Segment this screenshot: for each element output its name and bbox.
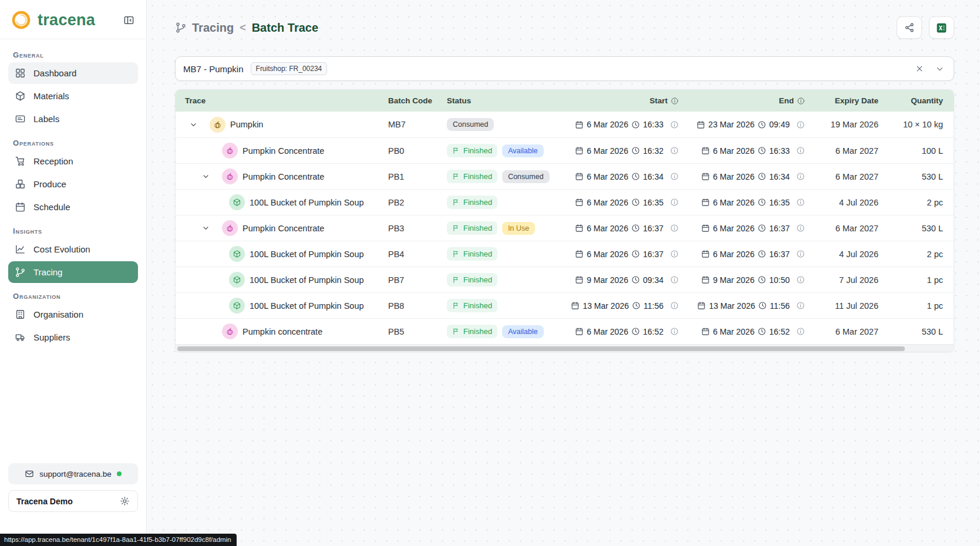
support-email-button[interactable]: support@tracena.be <box>8 463 138 484</box>
info-icon[interactable] <box>670 301 679 310</box>
trace-name: Pumpkin <box>230 120 263 129</box>
chevron-down-icon[interactable] <box>935 65 944 73</box>
batch-code: PB1 <box>388 172 447 181</box>
batch-code: PB5 <box>388 327 447 336</box>
row-expand-chevron <box>209 198 224 207</box>
state-badge: Available <box>502 144 544 157</box>
batch-code: MB7 <box>388 120 447 129</box>
clear-selection-icon[interactable] <box>915 65 924 73</box>
expiry-date: 6 Mar 2027 <box>805 327 878 336</box>
suppliers-icon <box>15 332 26 343</box>
row-expand-chevron[interactable] <box>190 120 205 129</box>
trace-name: Pumpkin Concentrate <box>243 224 324 233</box>
end-cell: 6 Mar 2026 16:37 <box>679 250 805 259</box>
workspace-switcher[interactable]: Tracena Demo <box>8 490 138 512</box>
info-icon[interactable] <box>796 301 805 310</box>
breadcrumb: Tracing < Batch Trace <box>175 21 318 35</box>
sidebar-item-organisation[interactable]: Organisation <box>8 304 138 325</box>
materials-icon <box>15 90 26 102</box>
info-icon[interactable] <box>670 275 679 284</box>
info-icon[interactable] <box>796 250 805 258</box>
workspace-name: Tracena Demo <box>16 497 73 506</box>
info-icon[interactable] <box>670 198 679 207</box>
clock-icon <box>757 146 766 155</box>
concentrate-icon <box>222 168 238 184</box>
sidebar-item-schedule[interactable]: Schedule <box>8 196 138 218</box>
info-icon[interactable] <box>670 250 679 258</box>
sidebar-item-tracing[interactable]: Tracing <box>8 261 138 283</box>
sidebar-item-reception[interactable]: Reception <box>8 150 138 172</box>
info-icon[interactable] <box>670 327 679 336</box>
info-icon[interactable] <box>670 224 679 232</box>
sidebar-item-materials[interactable]: Materials <box>8 85 138 107</box>
gear-icon[interactable] <box>120 496 130 506</box>
tracing-icon <box>15 267 26 278</box>
clock-icon <box>757 172 766 181</box>
export-excel-button[interactable] <box>929 16 954 39</box>
table-row[interactable]: Pumpkin Concentrate PB1 Finished Consume… <box>176 163 954 189</box>
table-row[interactable]: Pumpkin concentrate PB5 Finished Availab… <box>176 318 954 344</box>
row-expand-chevron[interactable] <box>202 224 217 232</box>
start-cell: 6 Mar 2026 16:34 <box>558 172 679 181</box>
status-cell: Finished Available <box>447 325 558 338</box>
calendar-icon <box>575 224 584 232</box>
dashboard-icon <box>15 68 26 79</box>
end-cell: 6 Mar 2026 16:33 <box>679 146 805 156</box>
sidebar-item-dashboard[interactable]: Dashboard <box>8 62 138 84</box>
quantity: 530 L <box>878 172 943 181</box>
table-row[interactable]: 100L Bucket of Pumpkin Soup PB4 Finished… <box>176 241 954 267</box>
end-cell: 6 Mar 2026 16:52 <box>679 327 805 336</box>
sidebar-collapse-button[interactable] <box>120 12 137 28</box>
batch-code: PB0 <box>388 146 447 156</box>
breadcrumb-tracing-link[interactable]: Tracing <box>192 21 234 35</box>
scrollbar-thumb[interactable] <box>177 346 905 351</box>
table-row[interactable]: Pumpkin MB7 Consumed 6 Mar 2026 16:33 23… <box>176 112 954 137</box>
online-status-dot <box>117 471 122 476</box>
info-icon[interactable] <box>796 172 805 181</box>
calendar-icon <box>575 250 584 258</box>
calendar-icon <box>701 198 710 207</box>
expiry-date: 6 Mar 2027 <box>805 146 878 156</box>
share-button[interactable] <box>897 16 922 39</box>
sidebar-footer: support@tracena.be Tracena Demo <box>0 456 146 546</box>
table-row[interactable]: 100L Bucket of Pumpkin Soup PB7 Finished… <box>176 267 954 292</box>
table-row[interactable]: Pumpkin Concentrate PB3 Finished In Use … <box>176 215 954 241</box>
sidebar-item-cost-evolution[interactable]: Cost Evolution <box>8 238 138 260</box>
info-icon[interactable] <box>796 224 805 232</box>
end-cell: 13 Mar 2026 11:56 <box>679 301 805 311</box>
column-header-end: End <box>679 96 805 105</box>
table-row[interactable]: 100L Bucket of Pumpkin Soup PB8 Finished… <box>176 292 954 318</box>
status-cell: Consumed <box>447 118 558 131</box>
info-icon[interactable] <box>796 275 805 284</box>
sidebar-item-suppliers[interactable]: Suppliers <box>8 326 138 348</box>
info-icon[interactable] <box>796 120 805 129</box>
sidebar-section-label: Insights <box>13 227 133 235</box>
sidebar-header: tracena <box>0 0 146 39</box>
start-cell: 6 Mar 2026 16:35 <box>558 198 679 207</box>
info-icon[interactable] <box>670 120 679 129</box>
info-icon[interactable] <box>796 146 805 155</box>
info-icon[interactable] <box>796 327 805 336</box>
calendar-icon <box>697 301 706 310</box>
sidebar-section-label: Operations <box>13 139 133 147</box>
calendar-icon <box>696 120 705 129</box>
info-icon[interactable] <box>670 146 679 155</box>
sidebar-item-produce[interactable]: Produce <box>8 173 138 195</box>
flag-icon <box>452 173 460 180</box>
info-icon[interactable] <box>797 97 805 105</box>
tracena-logo-icon <box>11 9 32 31</box>
row-expand-chevron[interactable] <box>202 173 217 181</box>
table-row[interactable]: Pumpkin Concentrate PB0 Finished Availab… <box>176 137 954 163</box>
row-expand-chevron <box>209 250 224 258</box>
reception-icon <box>15 156 26 167</box>
info-icon[interactable] <box>671 97 679 105</box>
sidebar-item-labels[interactable]: Labels <box>8 108 138 130</box>
horizontal-scrollbar[interactable] <box>176 344 954 352</box>
table-row[interactable]: 100L Bucket of Pumpkin Soup PB2 Finished… <box>176 189 954 215</box>
trace-name: Pumpkin concentrate <box>243 327 322 336</box>
clock-icon <box>757 198 766 207</box>
info-icon[interactable] <box>796 198 805 207</box>
batch-code: PB2 <box>388 198 447 207</box>
info-icon[interactable] <box>670 172 679 181</box>
batch-select[interactable]: MB7 - Pumpkin Fruitshop: FR_00234 <box>175 56 954 81</box>
